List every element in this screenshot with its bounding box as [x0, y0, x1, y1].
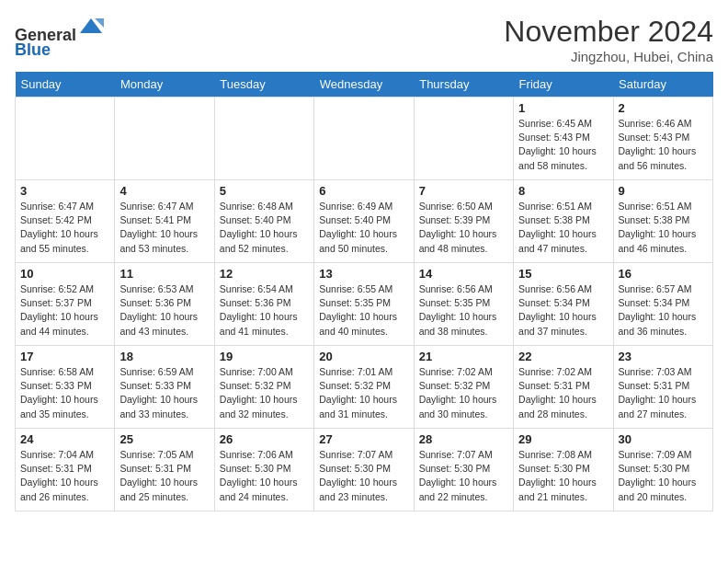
day-info: Sunrise: 7:00 AMSunset: 5:32 PMDaylight:…: [220, 365, 309, 421]
day-info: Sunrise: 6:52 AMSunset: 5:37 PMDaylight:…: [20, 282, 109, 339]
calendar-cell: [16, 98, 115, 180]
day-number: 21: [419, 350, 508, 363]
day-number: 12: [220, 267, 309, 281]
calendar-cell: 8Sunrise: 6:51 AMSunset: 5:38 PMDaylight…: [514, 180, 613, 263]
day-number: 16: [619, 267, 708, 281]
day-number: 20: [319, 350, 408, 363]
day-info: Sunrise: 7:05 AMSunset: 5:31 PMDaylight:…: [119, 448, 209, 504]
day-number: 7: [419, 184, 508, 198]
calendar-cell: 20Sunrise: 7:01 AMSunset: 5:32 PMDayligh…: [314, 346, 414, 429]
calendar-cell: 19Sunrise: 7:00 AMSunset: 5:32 PMDayligh…: [214, 346, 313, 429]
day-number: 10: [20, 267, 109, 281]
logo: General Blue: [15, 15, 104, 60]
calendar-cell: 14Sunrise: 6:56 AMSunset: 5:35 PMDayligh…: [414, 263, 513, 346]
day-number: 18: [119, 350, 209, 363]
day-info: Sunrise: 6:56 AMSunset: 5:34 PMDaylight:…: [518, 282, 608, 339]
day-of-week-header: Tuesday: [214, 72, 313, 98]
day-of-week-header: Thursday: [414, 72, 513, 98]
calendar-cell: 11Sunrise: 6:53 AMSunset: 5:36 PMDayligh…: [115, 263, 214, 346]
day-number: 22: [518, 350, 608, 363]
week-row: 24Sunrise: 7:04 AMSunset: 5:31 PMDayligh…: [16, 429, 713, 511]
calendar-cell: [214, 98, 313, 180]
location-text: Jingzhou, Hubei, China: [504, 49, 713, 64]
day-of-week-header: Friday: [514, 72, 613, 98]
day-number: 29: [518, 432, 608, 446]
day-info: Sunrise: 6:53 AMSunset: 5:36 PMDaylight:…: [119, 282, 209, 339]
day-info: Sunrise: 6:49 AMSunset: 5:40 PMDaylight:…: [319, 200, 408, 256]
week-row: 10Sunrise: 6:52 AMSunset: 5:37 PMDayligh…: [16, 263, 713, 346]
day-number: 8: [518, 184, 608, 198]
day-info: Sunrise: 7:07 AMSunset: 5:30 PMDaylight:…: [419, 448, 508, 504]
page-header: General Blue November 2024 Jingzhou, Hub…: [15, 15, 713, 64]
calendar-cell: 25Sunrise: 7:05 AMSunset: 5:31 PMDayligh…: [115, 429, 214, 511]
calendar-cell: 27Sunrise: 7:07 AMSunset: 5:30 PMDayligh…: [314, 429, 414, 511]
day-info: Sunrise: 6:45 AMSunset: 5:43 PMDaylight:…: [518, 117, 608, 173]
calendar-cell: 30Sunrise: 7:09 AMSunset: 5:30 PMDayligh…: [613, 429, 712, 511]
week-row: 3Sunrise: 6:47 AMSunset: 5:42 PMDaylight…: [16, 180, 713, 263]
day-info: Sunrise: 6:47 AMSunset: 5:41 PMDaylight:…: [119, 200, 209, 256]
day-number: 2: [619, 101, 708, 115]
day-number: 6: [319, 184, 408, 198]
calendar-cell: 10Sunrise: 6:52 AMSunset: 5:37 PMDayligh…: [16, 263, 115, 346]
day-number: 4: [119, 184, 209, 198]
logo-blue-text: Blue: [15, 40, 51, 59]
day-number: 1: [518, 101, 608, 115]
day-info: Sunrise: 7:08 AMSunset: 5:30 PMDaylight:…: [518, 448, 608, 504]
calendar-cell: 16Sunrise: 6:57 AMSunset: 5:34 PMDayligh…: [613, 263, 712, 346]
month-title: November 2024: [504, 15, 713, 49]
day-info: Sunrise: 7:02 AMSunset: 5:31 PMDaylight:…: [518, 365, 608, 421]
calendar-cell: 15Sunrise: 6:56 AMSunset: 5:34 PMDayligh…: [514, 263, 613, 346]
calendar-cell: [314, 98, 414, 180]
day-info: Sunrise: 6:54 AMSunset: 5:36 PMDaylight:…: [220, 282, 309, 339]
week-row: 1Sunrise: 6:45 AMSunset: 5:43 PMDaylight…: [16, 98, 713, 180]
day-of-week-header: Wednesday: [314, 72, 414, 98]
day-info: Sunrise: 6:50 AMSunset: 5:39 PMDaylight:…: [419, 200, 508, 256]
day-info: Sunrise: 6:51 AMSunset: 5:38 PMDaylight:…: [518, 200, 608, 256]
day-number: 14: [419, 267, 508, 281]
calendar-cell: 26Sunrise: 7:06 AMSunset: 5:30 PMDayligh…: [214, 429, 313, 511]
calendar-cell: 9Sunrise: 6:51 AMSunset: 5:38 PMDaylight…: [613, 180, 712, 263]
calendar-cell: [414, 98, 513, 180]
calendar-cell: 24Sunrise: 7:04 AMSunset: 5:31 PMDayligh…: [16, 429, 115, 511]
day-number: 27: [319, 432, 408, 446]
logo-icon: [78, 15, 104, 40]
day-number: 24: [20, 432, 109, 446]
day-info: Sunrise: 7:07 AMSunset: 5:30 PMDaylight:…: [319, 448, 408, 504]
day-info: Sunrise: 6:47 AMSunset: 5:42 PMDaylight:…: [20, 200, 109, 256]
calendar-cell: 4Sunrise: 6:47 AMSunset: 5:41 PMDaylight…: [115, 180, 214, 263]
day-of-week-header: Monday: [115, 72, 214, 98]
calendar-cell: 28Sunrise: 7:07 AMSunset: 5:30 PMDayligh…: [414, 429, 513, 511]
day-number: 19: [220, 350, 309, 363]
calendar-cell: 1Sunrise: 6:45 AMSunset: 5:43 PMDaylight…: [514, 98, 613, 180]
day-number: 15: [518, 267, 608, 281]
day-info: Sunrise: 7:02 AMSunset: 5:32 PMDaylight:…: [419, 365, 508, 421]
day-info: Sunrise: 6:56 AMSunset: 5:35 PMDaylight:…: [419, 282, 508, 339]
day-info: Sunrise: 7:01 AMSunset: 5:32 PMDaylight:…: [319, 365, 408, 421]
day-number: 9: [619, 184, 708, 198]
day-info: Sunrise: 6:57 AMSunset: 5:34 PMDaylight:…: [619, 282, 708, 339]
calendar-cell: 21Sunrise: 7:02 AMSunset: 5:32 PMDayligh…: [414, 346, 513, 429]
day-info: Sunrise: 6:59 AMSunset: 5:33 PMDaylight:…: [119, 365, 209, 421]
day-info: Sunrise: 6:51 AMSunset: 5:38 PMDaylight:…: [619, 200, 708, 256]
calendar-cell: [115, 98, 214, 180]
calendar-cell: 2Sunrise: 6:46 AMSunset: 5:43 PMDaylight…: [613, 98, 712, 180]
day-number: 30: [619, 432, 708, 446]
calendar-cell: 18Sunrise: 6:59 AMSunset: 5:33 PMDayligh…: [115, 346, 214, 429]
day-info: Sunrise: 7:04 AMSunset: 5:31 PMDaylight:…: [20, 448, 109, 504]
day-of-week-header: Sunday: [16, 72, 115, 98]
day-info: Sunrise: 6:46 AMSunset: 5:43 PMDaylight:…: [619, 117, 708, 173]
day-number: 13: [319, 267, 408, 281]
day-info: Sunrise: 7:09 AMSunset: 5:30 PMDaylight:…: [619, 448, 708, 504]
calendar-cell: 7Sunrise: 6:50 AMSunset: 5:39 PMDaylight…: [414, 180, 513, 263]
header-row: SundayMondayTuesdayWednesdayThursdayFrid…: [16, 72, 713, 98]
day-info: Sunrise: 6:48 AMSunset: 5:40 PMDaylight:…: [220, 200, 309, 256]
day-number: 25: [119, 432, 209, 446]
calendar-cell: 3Sunrise: 6:47 AMSunset: 5:42 PMDaylight…: [16, 180, 115, 263]
day-number: 28: [419, 432, 508, 446]
day-number: 5: [220, 184, 309, 198]
week-row: 17Sunrise: 6:58 AMSunset: 5:33 PMDayligh…: [16, 346, 713, 429]
day-number: 17: [20, 350, 109, 363]
day-info: Sunrise: 6:58 AMSunset: 5:33 PMDaylight:…: [20, 365, 109, 421]
day-info: Sunrise: 6:55 AMSunset: 5:35 PMDaylight:…: [319, 282, 408, 339]
day-number: 26: [220, 432, 309, 446]
